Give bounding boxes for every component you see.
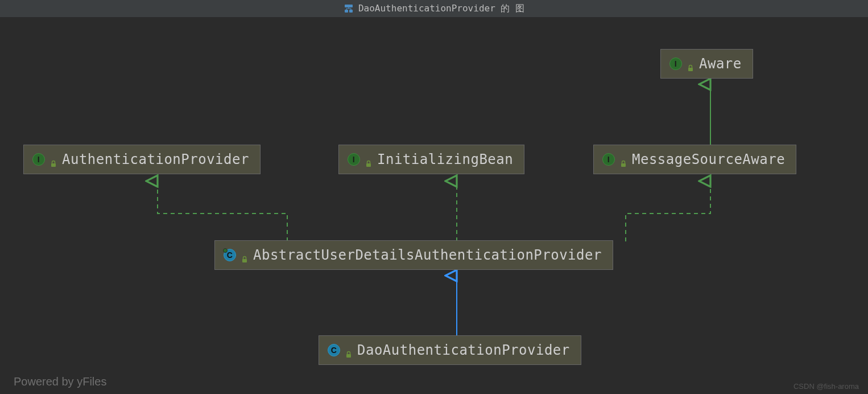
- node-label: InitializingBean: [377, 151, 513, 167]
- lock-icon: [345, 346, 353, 354]
- svg-rect-5: [366, 163, 371, 167]
- diagram-canvas[interactable]: I Aware I AuthenticationProvider I Initi…: [0, 17, 868, 394]
- node-abstract-user-details-authentication-provider[interactable]: C AbstractUserDetailsAuthenticationProvi…: [215, 241, 613, 269]
- svg-rect-2: [349, 10, 353, 13]
- lock-icon: [49, 155, 57, 163]
- svg-rect-0: [345, 5, 353, 7]
- node-label: AbstractUserDetailsAuthenticationProvide…: [253, 247, 602, 263]
- title-text: DaoAuthenticationProvider 的 图: [358, 3, 524, 15]
- interface-icon: I: [602, 153, 615, 166]
- node-initializing-bean[interactable]: I InitializingBean: [339, 145, 524, 174]
- interface-icon: I: [669, 58, 682, 70]
- node-message-source-aware[interactable]: I MessageSourceAware: [594, 145, 796, 174]
- node-label: AuthenticationProvider: [62, 151, 249, 167]
- node-dao-authentication-provider[interactable]: C DaoAuthenticationProvider: [319, 336, 581, 364]
- lock-icon: [241, 251, 249, 259]
- svg-rect-6: [621, 163, 626, 167]
- node-label: Aware: [699, 56, 742, 72]
- lock-icon: [687, 60, 695, 68]
- interface-icon: I: [32, 153, 45, 166]
- lock-icon: [619, 155, 627, 163]
- interface-icon: I: [348, 153, 360, 166]
- abstract-class-icon: C: [224, 249, 236, 261]
- watermark: CSDN @fish-aroma: [793, 382, 859, 391]
- node-authentication-provider[interactable]: I AuthenticationProvider: [24, 145, 260, 174]
- title-bar: DaoAuthenticationProvider 的 图: [0, 0, 868, 17]
- node-label: MessageSourceAware: [632, 151, 785, 167]
- class-icon: C: [328, 344, 340, 356]
- svg-rect-1: [345, 10, 348, 13]
- powered-by-label: Powered by yFiles: [14, 375, 106, 388]
- lock-icon: [365, 155, 373, 163]
- svg-rect-8: [346, 354, 351, 358]
- diagram-icon: [344, 3, 354, 14]
- svg-rect-4: [51, 163, 56, 167]
- node-label: DaoAuthenticationProvider: [357, 342, 570, 358]
- node-aware[interactable]: I Aware: [661, 50, 753, 78]
- svg-rect-3: [688, 68, 693, 71]
- svg-rect-7: [242, 259, 247, 262]
